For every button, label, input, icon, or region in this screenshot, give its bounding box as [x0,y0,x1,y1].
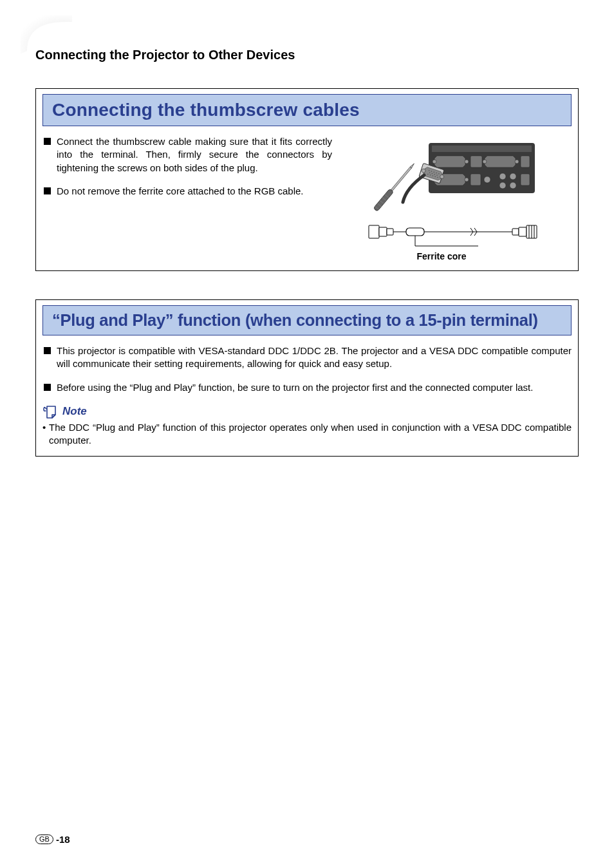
svg-point-14 [499,182,506,189]
svg-rect-10 [470,174,481,185]
note-icon [42,404,59,419]
bullet-item: Do not remove the ferrite core attached … [42,185,332,198]
svg-rect-16 [521,174,530,185]
bullet-item: Connect the thumbscrew cable making sure… [42,135,332,175]
section-title-text: “Plug and Play” function (when connectin… [52,311,538,329]
svg-point-5 [483,160,487,164]
bullet-item: Before using the “Plug and Play” functio… [42,381,572,394]
section-thumbscrew-cables: Connecting the thumbscrew cables Connect… [35,88,579,271]
svg-rect-34 [373,189,394,212]
svg-point-3 [465,160,469,164]
svg-rect-41 [369,225,379,238]
svg-point-12 [499,173,506,180]
section-title-text: Connecting the thumbscrew cables [52,100,360,120]
connector-panel-illustration [367,138,541,215]
svg-rect-4 [470,156,482,167]
svg-point-15 [510,182,516,189]
svg-point-2 [433,160,436,164]
svg-point-54 [44,406,45,408]
ferrite-core-label: Ferrite core [416,251,466,261]
note-label-text: Note [62,405,87,418]
region-badge: GB [35,835,53,844]
note-body-text: The DDC “Plug and Play” function of this… [42,421,572,448]
svg-rect-47 [519,227,526,236]
page-title: Connecting the Projector to Other Device… [35,48,579,62]
section-title-box: “Plug and Play” function (when connectin… [42,305,572,335]
svg-point-13 [510,173,516,180]
section-title-box: Connecting the thumbscrew cables [42,94,572,126]
svg-rect-40 [391,167,412,191]
bullet-item: This projector is compatible with VESA-s… [42,344,572,371]
svg-rect-7 [521,156,530,167]
svg-rect-43 [387,229,393,235]
page-corner-decoration [21,15,72,54]
svg-rect-42 [379,227,387,236]
page-number: -18 [56,834,70,845]
svg-point-6 [515,160,519,164]
svg-rect-45 [406,228,424,236]
section-plug-and-play: “Plug and Play” function (when connectin… [35,299,579,457]
svg-point-9 [465,178,469,182]
svg-point-11 [484,176,490,183]
page-footer: GB -18 [35,834,70,845]
svg-rect-46 [512,229,519,235]
svg-rect-1 [432,146,532,152]
